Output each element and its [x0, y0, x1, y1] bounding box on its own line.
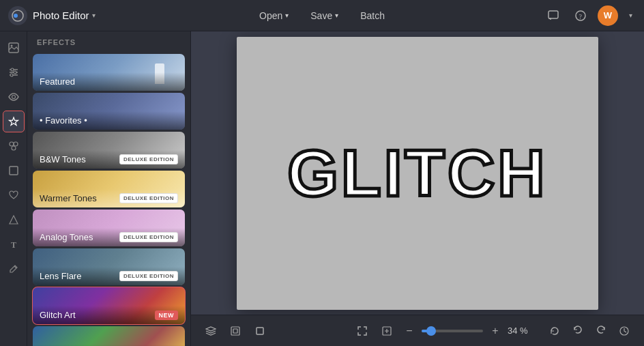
svg-text:T: T	[11, 240, 16, 250]
title-chevron-icon: ▾	[92, 12, 96, 19]
save-menu[interactable]: Save ▾	[301, 6, 348, 25]
svg-point-1	[14, 14, 18, 18]
zoom-in-btn[interactable]: +	[487, 323, 503, 339]
toolbar-eye-btn[interactable]	[3, 86, 25, 108]
mask-bottom-btn[interactable]	[225, 321, 246, 341]
effects-panel: EFFECTS Featured • Favorites •	[27, 31, 191, 346]
toolbar-image-btn[interactable]	[3, 37, 25, 59]
effect-label-lens-flare: Lens Flare DELUXE EDITION	[33, 267, 185, 285]
canvas-content: GLITCH	[237, 37, 598, 310]
effect-thumbnail-chromatic	[33, 326, 185, 346]
canvas-text: GLITCH	[287, 136, 547, 211]
effect-item-glitch-art[interactable]: Glitch Art NEW	[33, 287, 185, 324]
topbar-menu: Open ▾ Save ▾ Batch	[250, 6, 394, 25]
svg-rect-21	[231, 327, 239, 335]
app-logo[interactable]	[8, 6, 27, 25]
badge-deluxe-warmer: DELUXE EDITION	[119, 193, 178, 203]
zoom-slider-thumb[interactable]	[426, 326, 436, 336]
badge-deluxe-analog: DELUXE EDITION	[119, 232, 178, 242]
toolbar-heart-btn[interactable]	[3, 184, 25, 206]
toolbar-sliders-btn[interactable]	[3, 61, 25, 83]
batch-menu[interactable]: Batch	[351, 6, 394, 25]
crop-bottom-btn[interactable]	[250, 321, 270, 341]
svg-text:?: ?	[579, 12, 583, 20]
toolbar-shape-btn[interactable]	[3, 209, 25, 231]
effect-label-featured: Featured	[33, 72, 185, 91]
zoom-label: 34 %	[508, 326, 535, 336]
effects-header: EFFECTS	[27, 31, 190, 52]
user-menu-chevron[interactable]: ▾	[625, 5, 636, 26]
app-title[interactable]: Photo Editor ▾	[33, 10, 96, 21]
toolbar-edit-btn[interactable]	[3, 258, 25, 280]
svg-point-10	[11, 68, 14, 71]
effect-label-warmer-tones: Warmer Tones DELUXE EDITION	[33, 189, 185, 207]
open-chevron-icon: ▾	[285, 12, 289, 19]
save-chevron-icon: ▾	[335, 12, 338, 19]
rotate-btn[interactable]	[544, 321, 565, 341]
svg-point-15	[14, 142, 18, 146]
effect-label-bw-tones: B&W Tones DELUXE EDITION	[33, 150, 185, 169]
bottom-right-btns	[544, 321, 634, 341]
main-area: T EFFECTS Featured	[0, 31, 644, 346]
open-menu[interactable]: Open ▾	[250, 6, 298, 25]
effect-label-favorites: • Favorites •	[33, 111, 185, 130]
effects-list: Featured • Favorites • B&W Tones DELUXE …	[27, 52, 190, 346]
effect-item-featured[interactable]: Featured	[33, 54, 185, 91]
canvas-area: GLITCH	[191, 31, 644, 346]
effect-item-bw-tones[interactable]: B&W Tones DELUXE EDITION	[33, 132, 185, 169]
expand-btn[interactable]	[352, 321, 372, 341]
svg-rect-2	[548, 11, 558, 18]
bottombar: − + 34 %	[191, 315, 644, 346]
canvas-wrapper: GLITCH	[191, 31, 644, 315]
badge-new-glitch: NEW	[155, 311, 179, 320]
svg-rect-23	[257, 328, 263, 334]
icon-bar: T	[0, 31, 27, 346]
chat-button[interactable]	[543, 5, 564, 26]
layers-bottom-btn[interactable]	[201, 321, 221, 341]
help-button[interactable]: ?	[570, 5, 591, 26]
zoom-out-btn[interactable]: −	[401, 323, 418, 339]
effect-label-glitch-art: Glitch Art NEW	[33, 306, 185, 324]
svg-rect-17	[10, 167, 18, 175]
effect-label-analog-tones: Analog Tones DELUXE EDITION	[33, 228, 185, 246]
user-avatar[interactable]: W	[598, 5, 618, 26]
topbar-right: ? W ▾	[543, 5, 636, 26]
undo-btn[interactable]	[568, 321, 588, 341]
effect-item-chromatic[interactable]: Chromatic	[33, 326, 185, 346]
svg-rect-22	[233, 329, 237, 333]
effect-item-warmer-tones[interactable]: Warmer Tones DELUXE EDITION	[33, 171, 185, 207]
svg-point-14	[10, 142, 14, 146]
svg-point-12	[10, 74, 13, 76]
effect-item-favorites[interactable]: • Favorites •	[33, 93, 185, 130]
history-btn[interactable]	[614, 321, 634, 341]
toolbar-effects-btn[interactable]	[3, 135, 25, 157]
svg-point-6	[10, 45, 12, 47]
zoom-slider[interactable]	[422, 330, 483, 332]
effect-item-lens-flare[interactable]: Lens Flare DELUXE EDITION	[33, 248, 185, 285]
svg-marker-18	[10, 216, 18, 224]
fullscreen-btn[interactable]	[377, 321, 397, 341]
topbar: Photo Editor ▾ Open ▾ Save ▾ Batch ?	[0, 0, 644, 31]
redo-btn[interactable]	[591, 321, 611, 341]
zoom-controls: − + 34 %	[401, 323, 535, 339]
toolbar-layers-btn[interactable]	[3, 160, 25, 182]
toolbar-star-btn[interactable]	[3, 111, 25, 132]
svg-point-13	[12, 96, 15, 99]
effect-item-analog-tones[interactable]: Analog Tones DELUXE EDITION	[33, 210, 185, 246]
badge-deluxe-lens: DELUXE EDITION	[119, 271, 178, 281]
badge-deluxe-bw: DELUXE EDITION	[119, 154, 178, 164]
svg-point-16	[12, 146, 16, 150]
svg-point-11	[14, 71, 16, 74]
toolbar-text-btn[interactable]: T	[3, 233, 25, 255]
